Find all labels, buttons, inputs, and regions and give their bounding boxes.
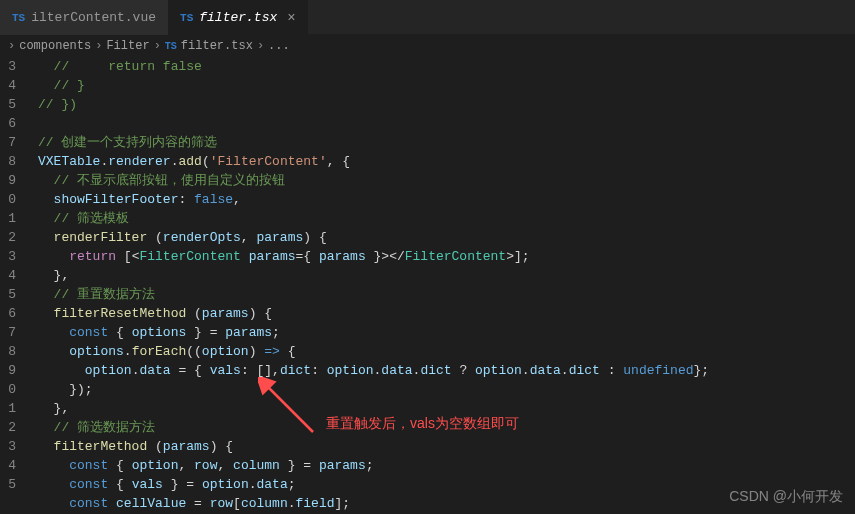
line-number: 7 — [0, 323, 16, 342]
typescript-icon: TS — [165, 41, 177, 52]
line-number: 5 — [0, 95, 16, 114]
code-line[interactable]: showFilterFooter: false, — [38, 190, 855, 209]
close-icon[interactable]: × — [287, 10, 295, 26]
line-number: 0 — [0, 190, 16, 209]
line-number: 4 — [0, 266, 16, 285]
code-line[interactable]: // }) — [38, 95, 855, 114]
code-line[interactable]: // 不显示底部按钮，使用自定义的按钮 — [38, 171, 855, 190]
line-number: 8 — [0, 152, 16, 171]
line-number: 2 — [0, 228, 16, 247]
line-number: 8 — [0, 342, 16, 361]
code-line[interactable]: renderFilter (renderOpts, params) { — [38, 228, 855, 247]
code-line[interactable]: option.data = { vals: [],dict: option.da… — [38, 361, 855, 380]
typescript-icon: TS — [180, 12, 193, 24]
line-number: 3 — [0, 437, 16, 456]
code-line[interactable]: }, — [38, 266, 855, 285]
chevron-right-icon: › — [257, 39, 264, 53]
chevron-right-icon: › — [8, 39, 15, 53]
line-number: 4 — [0, 456, 16, 475]
tab-filtercontent-vue[interactable]: TS ilterContent.vue — [0, 0, 168, 35]
line-number: 9 — [0, 171, 16, 190]
annotation-text: 重置触发后，vals为空数组即可 — [326, 415, 519, 433]
code-line[interactable]: // } — [38, 76, 855, 95]
code-line[interactable]: filterMethod (params) { — [38, 437, 855, 456]
line-number: 5 — [0, 475, 16, 494]
chevron-right-icon: › — [154, 39, 161, 53]
code-line[interactable]: filterResetMethod (params) { — [38, 304, 855, 323]
breadcrumb-part[interactable]: components — [19, 39, 91, 53]
line-number: 1 — [0, 399, 16, 418]
code-line[interactable]: // 重置数据方法 — [38, 285, 855, 304]
line-number: 5 — [0, 285, 16, 304]
code-line[interactable]: VXETable.renderer.add('FilterContent', { — [38, 152, 855, 171]
line-number: 2 — [0, 418, 16, 437]
tab-label: filter.tsx — [199, 10, 277, 25]
code-line[interactable]: const { option, row, column } = params; — [38, 456, 855, 475]
tab-label: ilterContent.vue — [31, 10, 156, 25]
watermark: CSDN @小何开发 — [729, 488, 843, 506]
breadcrumb-part[interactable]: ... — [268, 39, 290, 53]
line-number: 6 — [0, 114, 16, 133]
code-line[interactable]: // return false — [38, 57, 855, 76]
breadcrumb-part[interactable]: Filter — [106, 39, 149, 53]
line-number: 0 — [0, 380, 16, 399]
code-line[interactable] — [38, 114, 855, 133]
tab-filter-tsx[interactable]: TS filter.tsx × — [168, 0, 308, 35]
code-line[interactable]: const { options } = params; — [38, 323, 855, 342]
code-line[interactable]: }); — [38, 380, 855, 399]
code-editor[interactable]: 34567890123456789012345 重置触发后，vals为空数组即可… — [0, 57, 855, 514]
line-number: 3 — [0, 247, 16, 266]
line-number: 1 — [0, 209, 16, 228]
chevron-right-icon: › — [95, 39, 102, 53]
code-line[interactable]: options.forEach((option) => { — [38, 342, 855, 361]
line-number: 6 — [0, 304, 16, 323]
code-line[interactable]: // 创建一个支持列内容的筛选 — [38, 133, 855, 152]
typescript-icon: TS — [12, 12, 25, 24]
code-line[interactable]: // 筛选模板 — [38, 209, 855, 228]
line-number-gutter: 34567890123456789012345 — [0, 57, 26, 514]
line-number: 7 — [0, 133, 16, 152]
line-number: 9 — [0, 361, 16, 380]
code-line[interactable]: return [<FilterContent params={ params }… — [38, 247, 855, 266]
line-number: 4 — [0, 76, 16, 95]
breadcrumb: › components › Filter › TS filter.tsx › … — [0, 35, 855, 57]
editor-tabs: TS ilterContent.vue TS filter.tsx × — [0, 0, 855, 35]
line-number: 3 — [0, 57, 16, 76]
code-area[interactable]: 重置触发后，vals为空数组即可 // return false // }// … — [26, 57, 855, 514]
breadcrumb-part[interactable]: filter.tsx — [181, 39, 253, 53]
